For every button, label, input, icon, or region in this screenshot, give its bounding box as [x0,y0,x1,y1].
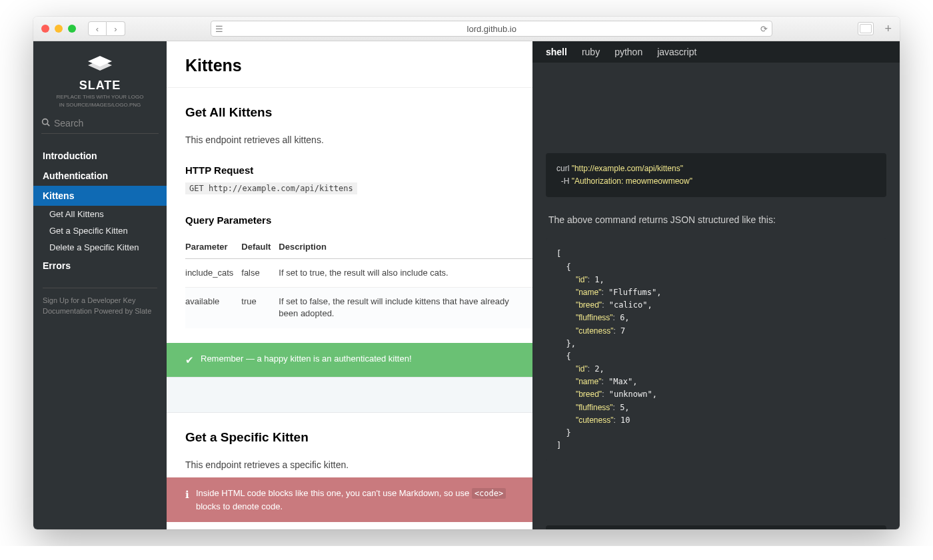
window-controls [41,25,76,33]
check-icon: ✔ [185,353,194,368]
lang-tab-shell[interactable]: shell [546,41,567,63]
col-default: Default [241,235,279,259]
logo: SLATE REPLACE THIS WITH YOUR LOGO IN SOU… [33,41,167,117]
toc-sub-get-one[interactable]: Get a Specific Kitten [33,222,167,239]
h3-query-params: Query Parameters [167,202,532,230]
toc: Introduction Authentication Kittens Get … [33,140,167,281]
col-description: Description [279,235,532,259]
warn-text: Inside HTML code blocks like this one, y… [196,487,514,513]
sidebar-footer: Sign Up for a Developer Key Documentatio… [43,288,157,316]
curl-block-1: curl "http://example.com/api/kittens" -H… [546,153,886,197]
titlebar: ‹ › ☰ lord.github.io ⟳ + [33,17,900,41]
nav-buttons: ‹ › [88,21,125,36]
reload-icon[interactable]: ⟳ [760,24,768,34]
minimize-window-button[interactable] [55,25,63,33]
slate-logo-icon [85,53,115,73]
json-caption-1: The above command returns JSON structure… [532,208,900,232]
desc-get-all: This endpoint retrieves all kittens. [167,128,532,152]
brand-sub1: REPLACE THIS WITH YOUR LOGO [39,94,161,101]
maximize-window-button[interactable] [68,25,76,33]
h3-http-request: HTTP Request [167,152,532,180]
success-notice: ✔ Remember — a happy kitten is an authen… [167,343,532,378]
search-icon [41,117,50,129]
close-window-button[interactable] [41,25,49,33]
search-box [41,117,159,134]
lang-tab-javascript[interactable]: javascript [657,41,696,63]
toc-authentication[interactable]: Authentication [33,166,167,186]
brand-sub2: IN SOURCE/IMAGES/LOGO.PNG [39,102,161,109]
reader-icon: ☰ [215,24,223,34]
svg-line-1 [47,124,49,126]
footer-powered-link[interactable]: Documentation Powered by Slate [43,306,157,316]
page-title: Kittens [167,41,532,88]
url-text: lord.github.io [467,24,516,34]
code-column: shell ruby python javascript curl "http:… [532,41,900,529]
search-input[interactable] [54,118,159,129]
info-icon: ℹ [185,487,189,503]
desc-get-one: This endpoint retrieves a specific kitte… [167,453,532,477]
address-bar[interactable]: ☰ lord.github.io ⟳ [211,21,772,37]
http-request-code: GET http://example.com/api/kittens [185,182,357,194]
lang-tab-python[interactable]: python [614,41,642,63]
sidebar: SLATE REPLACE THIS WITH YOUR LOGO IN SOU… [33,41,167,529]
h2-get-one: Get a Specific Kitten [167,413,532,453]
forward-button[interactable]: › [107,21,125,36]
footer-signup-link[interactable]: Sign Up for a Developer Key [43,295,157,306]
doc-column: Kittens Get All Kittens This endpoint re… [167,41,532,529]
toc-errors[interactable]: Errors [33,256,167,276]
warning-notice: ℹ Inside HTML code blocks like this one,… [167,477,532,522]
curl-block-2: curl "http://example.com/api/kittens/2" … [546,525,886,529]
content: Kittens Get All Kittens This endpoint re… [167,41,900,529]
query-params-table: Parameter Default Description include_ca… [185,235,532,328]
svg-point-0 [43,119,48,124]
brand-name: SLATE [39,79,161,93]
notice-text: Remember — a happy kitten is an authenti… [201,352,412,366]
toc-kittens[interactable]: Kittens [33,186,167,206]
lang-tabs: shell ruby python javascript [532,41,900,63]
col-parameter: Parameter [185,235,241,259]
toc-sub-get-all[interactable]: Get All Kittens [33,206,167,222]
table-row: include_cats false If set to true, the r… [185,259,532,288]
app: SLATE REPLACE THIS WITH YOUR LOGO IN SOU… [33,41,900,529]
browser-window: ‹ › ☰ lord.github.io ⟳ + SLATE REPLACE T… [33,17,900,529]
toc-sub-delete[interactable]: Delete a Specific Kitten [33,239,167,256]
new-tab-button[interactable]: + [884,22,892,36]
table-row: available true If set to false, the resu… [185,288,532,328]
json-block-1: [ { "id": 1, "name": "Fluffums", "breed"… [546,238,886,461]
toc-introduction[interactable]: Introduction [33,146,167,166]
back-button[interactable]: ‹ [88,21,107,36]
tabs-icon[interactable] [858,22,874,35]
h2-get-all: Get All Kittens [167,88,532,128]
lang-tab-ruby[interactable]: ruby [582,41,600,63]
